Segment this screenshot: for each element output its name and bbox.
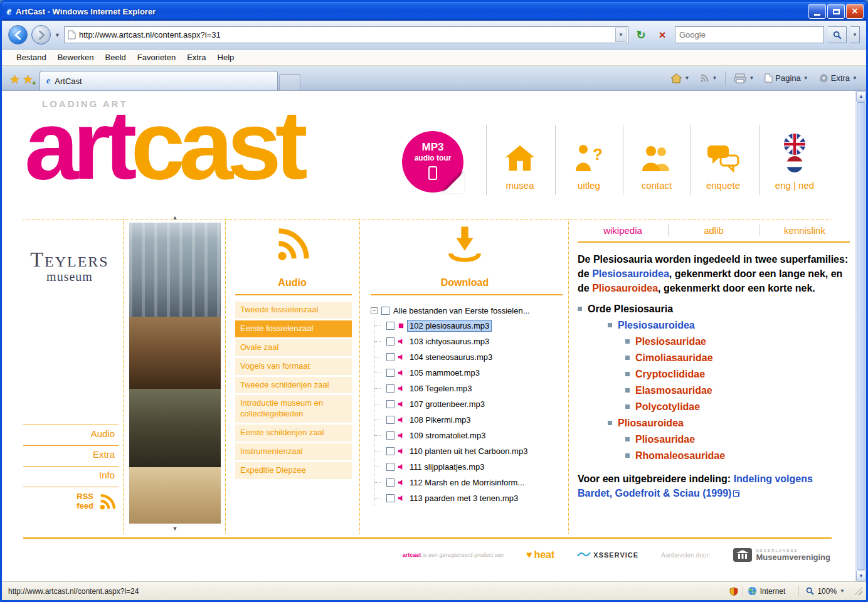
audio-item-selected[interactable]: Eerste fossielenzaal xyxy=(235,320,352,337)
xsservice-logo[interactable]: XSSERVICE xyxy=(577,551,638,559)
print-button[interactable]: ▼ xyxy=(731,71,756,85)
file-checkbox[interactable] xyxy=(386,431,394,440)
plesiosauroidea-link[interactable]: Plesiosauroidea xyxy=(592,268,669,279)
new-tab-stub[interactable] xyxy=(279,74,300,90)
stop-button[interactable]: × xyxy=(654,26,671,44)
nav-contact[interactable]: contact xyxy=(625,127,688,191)
download-file-row[interactable]: 102 plesiosaurus.mp3 xyxy=(386,318,566,334)
nav-musea[interactable]: musea xyxy=(489,127,551,191)
scrollbar-thumb[interactable] xyxy=(857,102,865,570)
add-favorite-button[interactable]: ★+ xyxy=(23,72,33,87)
download-file-row[interactable]: 109 stromatoliet.mp3 xyxy=(386,428,566,443)
taxon-link[interactable]: Cimoliasauridae xyxy=(635,352,713,364)
feeds-button[interactable]: ▼ xyxy=(697,71,719,85)
teylers-museum-logo[interactable]: Teylers museum xyxy=(21,248,119,284)
maximize-button[interactable] xyxy=(827,4,845,19)
taxon-link[interactable]: Polycotylidae xyxy=(635,401,700,413)
taxon-link[interactable]: Elasmosauridae xyxy=(635,385,712,396)
nav-language[interactable]: eng | ned xyxy=(762,127,827,191)
file-checkbox[interactable] xyxy=(386,463,394,471)
refresh-button[interactable]: ↻ xyxy=(632,26,650,44)
file-checkbox[interactable] xyxy=(386,337,394,346)
forward-button[interactable] xyxy=(31,25,51,45)
artcast-logo[interactable]: artcast xyxy=(24,98,302,191)
minimize-button[interactable] xyxy=(808,4,826,19)
audio-item[interactable]: Tweede schilderijen zaal xyxy=(235,377,352,394)
museumvereniging-logo[interactable]: NEDERLANDSE Museumvereniging xyxy=(733,548,830,562)
nav-uitleg[interactable]: ? uitleg xyxy=(558,127,620,191)
rss-feed-link[interactable]: RSSfeed xyxy=(23,487,119,514)
favorites-center-button[interactable]: ★ xyxy=(9,72,20,87)
menu-bewerken[interactable]: Bewerken xyxy=(52,50,100,65)
strip-scroll-up-icon[interactable]: ▲ xyxy=(126,213,224,223)
url-dropdown-button[interactable]: ▼ xyxy=(615,28,627,42)
tab-kennislink[interactable]: kennislink xyxy=(760,225,850,236)
file-checkbox[interactable] xyxy=(386,447,394,455)
taxon-link[interactable]: Pliosauridae xyxy=(635,434,695,445)
file-checkbox[interactable] xyxy=(386,353,394,361)
taxon-link[interactable]: Plesiosauroidea xyxy=(618,320,695,331)
menu-extra[interactable]: Extra xyxy=(181,50,211,65)
file-checkbox[interactable] xyxy=(386,369,394,377)
sidebar-link-audio[interactable]: Audio xyxy=(23,425,119,445)
back-button[interactable] xyxy=(8,25,28,45)
download-file-row[interactable]: 110 planten uit het Carboon.mp3 xyxy=(386,443,566,459)
strip-scroll-down-icon[interactable]: ▼ xyxy=(126,524,224,534)
zoom-control[interactable]: 100% ▼ xyxy=(803,587,847,596)
audio-item[interactable]: Introductie museum en collectiegebieden xyxy=(235,395,352,423)
page-menu-button[interactable]: Pagina ▼ xyxy=(762,71,810,85)
audio-item[interactable]: Tweede fossielenzaal xyxy=(235,302,352,319)
download-file-row[interactable]: 104 steneosaurus.mp3 xyxy=(386,349,566,365)
nav-enquete[interactable]: enquete xyxy=(692,127,754,191)
taxon-link[interactable]: Pliosauroidea xyxy=(618,418,684,429)
sidebar-link-info[interactable]: Info xyxy=(23,466,119,487)
menu-favorieten[interactable]: Favorieten xyxy=(132,50,181,65)
history-dropdown[interactable]: ▼ xyxy=(55,32,60,38)
download-file-row[interactable]: 105 mammoet.mp3 xyxy=(386,365,566,381)
audio-item[interactable]: Eerste schilderijen zaal xyxy=(235,425,352,441)
tab-artcast[interactable]: e ArtCast xyxy=(40,71,278,90)
select-all-checkbox[interactable] xyxy=(381,307,389,315)
tree-collapse-icon[interactable]: − xyxy=(371,307,378,314)
vertical-scrollbar[interactable]: ▲ ▼ xyxy=(855,91,866,581)
audio-item[interactable]: Ovale zaal xyxy=(235,339,352,356)
scroll-down-button[interactable]: ▼ xyxy=(856,571,866,581)
scroll-up-button[interactable]: ▲ xyxy=(856,91,866,102)
search-options-dropdown[interactable]: ▼ xyxy=(850,26,860,43)
home-button[interactable]: ▼ xyxy=(668,71,692,85)
heat-logo[interactable]: ♥heat xyxy=(526,549,554,561)
close-button[interactable]: × xyxy=(846,4,864,19)
search-input[interactable] xyxy=(679,30,820,40)
download-file-row[interactable]: 107 grottenbeer.mp3 xyxy=(386,396,566,412)
url-input[interactable] xyxy=(79,30,612,40)
download-file-row[interactable]: 113 paarden met 3 tenen.mp3 xyxy=(386,490,566,506)
file-checkbox[interactable] xyxy=(386,384,394,393)
taxon-link[interactable]: Plesiosauridae xyxy=(635,336,706,347)
audio-item[interactable]: Instrumentenzaal xyxy=(235,443,352,460)
taxon-link[interactable]: Cryptoclididae xyxy=(635,369,705,380)
file-checkbox[interactable] xyxy=(386,494,394,502)
download-root-label[interactable]: Alle bestanden van Eerste fossielen... xyxy=(393,306,530,315)
menu-bestand[interactable]: Bestand xyxy=(11,50,52,65)
file-checkbox[interactable] xyxy=(386,400,394,408)
tools-menu-button[interactable]: Extra ▼ xyxy=(817,71,860,85)
audio-item[interactable]: Expeditie Diepzee xyxy=(235,462,352,479)
pliosauroidea-link[interactable]: Pliosauroidea xyxy=(592,283,658,293)
file-checkbox[interactable] xyxy=(386,416,394,424)
menu-beeld[interactable]: Beeld xyxy=(100,50,132,65)
download-file-row[interactable]: 103 ichtyosaurus.mp3 xyxy=(386,334,566,349)
resize-grip[interactable] xyxy=(854,587,862,595)
tab-wikipedia[interactable]: wikipedia xyxy=(578,225,668,236)
download-file-row[interactable]: 112 Marsh en de Morrisinform... xyxy=(386,475,566,490)
download-file-row[interactable]: 111 slijpplaatjes.mp3 xyxy=(386,459,566,475)
download-file-row[interactable]: 106 Tegelen.mp3 xyxy=(386,381,566,396)
download-file-row[interactable]: 108 Pikermi.mp3 xyxy=(386,412,566,428)
search-go-button[interactable] xyxy=(828,26,847,43)
file-checkbox[interactable] xyxy=(386,478,394,487)
taxon-link[interactable]: Rhomaleosauridae xyxy=(635,450,725,462)
menu-help[interactable]: Help xyxy=(212,50,240,65)
file-checkbox[interactable] xyxy=(386,322,394,330)
audio-item[interactable]: Vogels van formaat xyxy=(235,358,352,375)
tab-adlib[interactable]: adlib xyxy=(669,225,759,236)
sidebar-link-extra[interactable]: Extra xyxy=(23,445,119,466)
